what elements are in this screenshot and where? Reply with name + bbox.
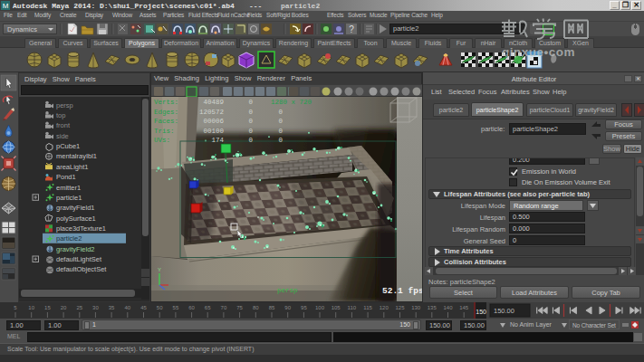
svg-text:25: 25 — [76, 305, 82, 310]
svg-text:135: 135 — [428, 305, 437, 310]
svg-text:40489: 40489 — [203, 99, 224, 106]
svg-text:60: 60 — [188, 305, 195, 310]
svg-text:Y: Y — [158, 267, 161, 272]
svg-text:85: 85 — [269, 305, 275, 310]
svg-text:0: 0 — [278, 128, 283, 135]
svg-text:00006: 00006 — [203, 118, 224, 125]
svg-text:10: 10 — [28, 305, 34, 310]
svg-text:0: 0 — [248, 99, 253, 106]
svg-text:150: 150 — [476, 309, 486, 315]
svg-text:55: 55 — [173, 305, 179, 310]
svg-text:140: 140 — [443, 305, 453, 310]
svg-text:1280 x 720: 1280 x 720 — [271, 99, 312, 106]
svg-text:150.00: 150.00 — [494, 307, 514, 315]
svg-text:0: 0 — [248, 137, 253, 144]
svg-text:0: 0 — [278, 109, 283, 116]
svg-text:0: 0 — [278, 137, 283, 144]
svg-text:0: 0 — [248, 128, 253, 135]
svg-text:95: 95 — [301, 305, 307, 310]
svg-text:120572: 120572 — [199, 109, 224, 116]
svg-text:125: 125 — [395, 305, 405, 310]
svg-text:120: 120 — [380, 305, 389, 310]
svg-text:115: 115 — [363, 305, 372, 310]
svg-text:Tris:: Tris: — [154, 128, 175, 135]
svg-text:Verts:: Verts: — [154, 99, 178, 106]
svg-text:15: 15 — [44, 305, 51, 310]
svg-text:52.1 fps: 52.1 fps — [382, 286, 423, 296]
svg-text:145: 145 — [459, 305, 469, 310]
svg-text:persp: persp — [277, 287, 298, 294]
svg-text:105: 105 — [332, 305, 341, 310]
svg-text:00100: 00100 — [203, 128, 224, 135]
svg-text:90: 90 — [284, 305, 291, 310]
svg-text:UVs:: UVs: — [154, 137, 170, 144]
svg-text:75: 75 — [236, 305, 243, 310]
svg-text:40: 40 — [124, 305, 130, 310]
svg-text:30: 30 — [92, 305, 99, 310]
svg-text:70: 70 — [221, 305, 227, 310]
svg-text:?: ? — [349, 24, 354, 34]
svg-text:50: 50 — [157, 305, 163, 310]
svg-text:80: 80 — [253, 305, 259, 310]
svg-text:45: 45 — [140, 305, 147, 310]
svg-text:Edges:: Edges: — [154, 109, 178, 116]
svg-text:0: 0 — [248, 109, 253, 116]
svg-text:65: 65 — [205, 305, 211, 310]
svg-text:M: M — [3, 2, 9, 10]
svg-text:130: 130 — [411, 305, 421, 310]
svg-text:0: 0 — [278, 118, 283, 125]
svg-text:35: 35 — [109, 305, 115, 310]
svg-text:100: 100 — [315, 305, 325, 310]
svg-text:20: 20 — [61, 305, 67, 310]
svg-text:174: 174 — [211, 137, 224, 144]
svg-text:Faces:: Faces: — [154, 118, 178, 125]
svg-text:0: 0 — [248, 118, 253, 125]
svg-text:110: 110 — [348, 305, 357, 310]
